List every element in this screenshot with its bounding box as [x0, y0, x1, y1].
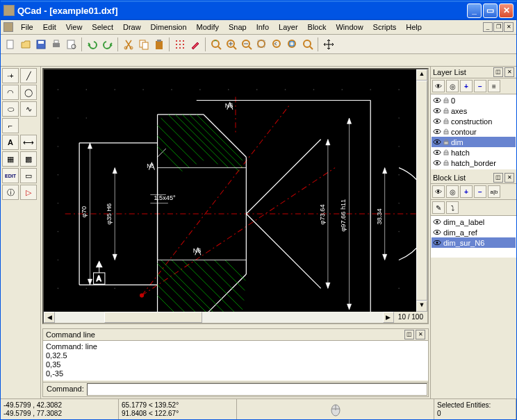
svg-point-36	[171, 89, 172, 90]
menu-select[interactable]: Select	[87, 22, 118, 33]
block-item[interactable]: dim_sur_N6	[432, 237, 516, 248]
open-button[interactable]	[19, 37, 33, 51]
menu-layer[interactable]: Layer	[274, 22, 303, 33]
menu-modify[interactable]: Modify	[192, 22, 224, 33]
layer-add-button[interactable]: +	[460, 80, 473, 92]
line-tool[interactable]: ╱	[20, 68, 37, 83]
undo-button[interactable]	[85, 37, 99, 51]
paste-button[interactable]	[152, 37, 166, 51]
block-close-button[interactable]: ✕	[504, 173, 514, 183]
cut-button[interactable]	[122, 37, 136, 51]
mouse-icon	[329, 403, 342, 417]
close-button[interactable]: ✕	[499, 3, 514, 18]
menubar: File Edit View Select Draw Dimension Mod…	[1, 20, 516, 35]
layer-item[interactable]: hatch	[432, 147, 516, 158]
minimize-button[interactable]: _	[467, 3, 482, 18]
block-hideall-button[interactable]: ◎	[446, 185, 459, 198]
menu-scripts[interactable]: Scripts	[368, 22, 402, 33]
svg-text:φ35 H6: φ35 H6	[106, 203, 113, 224]
drawing-canvas[interactable]: φ70 φ35 H6 φ73.64 φ97.66 h11 38.34 1.5x4…	[42, 68, 429, 324]
horizontal-scrollbar[interactable]: ◀▶ 10 / 100	[44, 312, 427, 323]
print-preview-button[interactable]	[65, 37, 79, 51]
svg-point-52	[58, 203, 59, 204]
polyline-tool[interactable]: ⌐	[2, 118, 19, 133]
menu-dimension[interactable]: Dimension	[146, 22, 192, 33]
layer-item[interactable]: dim	[432, 137, 516, 147]
print-button[interactable]	[49, 37, 63, 51]
layer-item[interactable]: hatch_border	[432, 158, 516, 168]
layer-panel: Layer List ◫ ✕ 👁◎ + − ≡ 0 axes construct…	[431, 67, 516, 169]
zoom-auto-button[interactable]	[255, 37, 269, 51]
block-add-button[interactable]: +	[460, 185, 473, 198]
menu-info[interactable]: Info	[252, 22, 274, 33]
command-undock-button[interactable]: ◫	[404, 330, 414, 339]
raster-tool[interactable]: ▩	[20, 151, 37, 167]
block-showall-button[interactable]: 👁	[432, 185, 445, 198]
menu-block[interactable]: Block	[303, 22, 331, 33]
menu-window[interactable]: Window	[331, 22, 368, 33]
layer-edit-button[interactable]: ≡	[488, 80, 500, 92]
menu-help[interactable]: Help	[401, 22, 427, 33]
zoom-indicator: 10 / 100	[394, 312, 427, 323]
zoom-out-button[interactable]	[240, 37, 254, 51]
menu-view[interactable]: View	[61, 22, 88, 33]
ellipse-tool[interactable]: ⬭	[2, 101, 19, 117]
layer-close-button[interactable]: ✕	[504, 67, 514, 77]
zoom-previous-button[interactable]	[270, 37, 284, 51]
svg-point-37	[199, 89, 201, 90]
zoom-window-button[interactable]	[286, 37, 299, 51]
zoom-in-button[interactable]	[224, 37, 238, 51]
menu-file[interactable]: File	[16, 22, 38, 33]
layer-showall-button[interactable]: 👁	[432, 80, 445, 92]
block-remove-button[interactable]: −	[474, 185, 486, 198]
new-button[interactable]	[3, 37, 17, 51]
layer-item[interactable]: axes	[432, 106, 516, 116]
redo-button[interactable]	[101, 37, 115, 51]
layer-item[interactable]: construction	[432, 116, 516, 126]
block-undock-button[interactable]: ◫	[493, 173, 503, 183]
info-tool[interactable]: ⓘ	[2, 185, 19, 200]
block-item[interactable]: dim_a_label	[432, 217, 516, 227]
block-rename-button[interactable]: a|b	[488, 185, 500, 198]
svg-point-47	[398, 117, 400, 119]
block-insert-button[interactable]: ⤵	[446, 201, 459, 214]
grid-button[interactable]	[173, 37, 187, 51]
command-close-button[interactable]: ✕	[416, 330, 425, 339]
maximize-button[interactable]: ▭	[483, 3, 498, 18]
save-button[interactable]	[34, 37, 48, 51]
move-button[interactable]	[322, 37, 336, 51]
menu-edit[interactable]: Edit	[38, 22, 61, 33]
command-input[interactable]	[87, 383, 427, 396]
layer-remove-button[interactable]: −	[474, 80, 486, 92]
vertical-scrollbar[interactable]: ▲▼	[416, 69, 427, 312]
edit-tool[interactable]: EDIT	[2, 168, 19, 183]
menu-snap[interactable]: Snap	[224, 22, 252, 33]
mdi-restore[interactable]: ❐	[493, 22, 503, 32]
point-tool[interactable]: ·+	[2, 68, 19, 83]
block-list: dim_a_label dim_a_ref dim_sur_N6	[431, 216, 516, 258]
mdi-minimize[interactable]: _	[483, 22, 493, 32]
svg-rect-145	[444, 131, 448, 134]
hatch-tool[interactable]: ▦	[2, 151, 19, 167]
menu-draw[interactable]: Draw	[118, 22, 146, 33]
dimension-tool[interactable]: ⟷	[20, 135, 37, 150]
draft-button[interactable]	[188, 37, 202, 51]
svg-rect-136	[444, 100, 448, 103]
copy-button[interactable]	[137, 37, 151, 51]
block-tool[interactable]: ▭	[20, 168, 37, 183]
block-edit-button[interactable]: ✎	[432, 201, 445, 214]
zoom-pan-button[interactable]	[301, 37, 315, 51]
layer-item[interactable]: 0	[432, 95, 516, 106]
arc-tool[interactable]: ◠	[2, 85, 19, 100]
select-tool[interactable]: ▷	[20, 185, 37, 200]
window-title: QCad - [example01.dxf]	[17, 6, 466, 16]
block-item[interactable]: dim_a_ref	[432, 227, 516, 237]
layer-item[interactable]: contour	[432, 126, 516, 137]
layer-hideall-button[interactable]: ◎	[446, 80, 459, 92]
text-tool[interactable]: A	[2, 135, 19, 150]
mdi-close[interactable]: ✕	[504, 22, 514, 32]
zoom-redraw-button[interactable]	[209, 37, 223, 51]
layer-undock-button[interactable]: ◫	[493, 67, 503, 77]
spline-tool[interactable]: ∿	[20, 101, 37, 117]
circle-tool[interactable]: ◯	[20, 85, 37, 100]
